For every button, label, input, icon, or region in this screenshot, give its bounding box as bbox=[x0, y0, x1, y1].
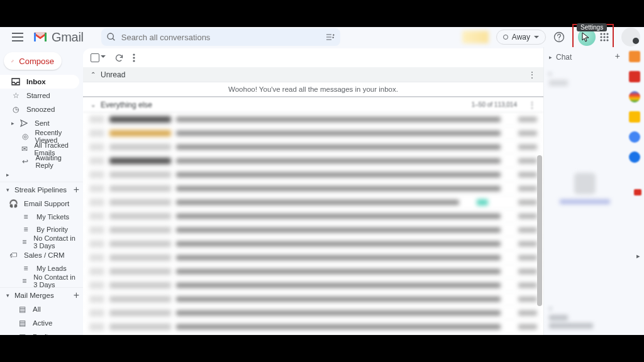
status-label: Away bbox=[512, 33, 530, 41]
new-chat-button[interactable]: + bbox=[615, 51, 620, 61]
mail-row[interactable] bbox=[83, 126, 543, 140]
addon-tasks[interactable] bbox=[629, 131, 640, 143]
add-pipeline-button[interactable]: + bbox=[74, 184, 79, 195]
mail-row[interactable] bbox=[83, 209, 543, 223]
chat-header[interactable]: ▸ Chat + bbox=[549, 51, 620, 63]
addon-contacts[interactable] bbox=[629, 151, 640, 163]
pipeline-sales-crm[interactable]: 🏷 Sales / CRM bbox=[0, 248, 83, 262]
nav-sent[interactable]: ▸ Sent bbox=[0, 116, 83, 130]
addon-red[interactable] bbox=[629, 71, 640, 82]
pipeline-no-contact-1[interactable]: ≡No Contact in 3 Days bbox=[0, 236, 83, 248]
pipeline-my-tickets[interactable]: ≡My Tickets bbox=[0, 211, 83, 223]
unread-section-header[interactable]: ⌃ Unread ⋮ bbox=[83, 67, 543, 82]
nav-awaiting-reply[interactable]: ↩ Awaiting Reply bbox=[0, 155, 83, 168]
apps-button[interactable] bbox=[599, 26, 610, 48]
inbox-icon bbox=[11, 78, 20, 85]
chat-blurred-content: ▸ bbox=[549, 69, 620, 86]
mail-row[interactable] bbox=[83, 140, 543, 154]
svg-point-13 bbox=[133, 60, 135, 62]
chevron-down-icon bbox=[534, 36, 539, 39]
chevron-right-icon[interactable]: ▸ bbox=[636, 252, 640, 260]
section-streak-pipelines[interactable]: ▾Streak Pipelines + bbox=[0, 182, 83, 197]
chevron-down-icon: ⌄ bbox=[91, 101, 96, 108]
svg-point-10 bbox=[606, 39, 608, 41]
pipeline-my-leads[interactable]: ≡My Leads bbox=[0, 262, 83, 275]
addon-multicolor[interactable] bbox=[629, 91, 640, 102]
svg-point-6 bbox=[603, 36, 605, 38]
mail-row[interactable] bbox=[83, 306, 543, 320]
select-all-checkbox[interactable] bbox=[91, 53, 99, 62]
compose-label: Compose bbox=[19, 57, 54, 66]
nav-snoozed[interactable]: ◷ Snoozed bbox=[0, 102, 83, 116]
scrollbar[interactable] bbox=[537, 155, 543, 331]
svg-point-3 bbox=[603, 33, 605, 35]
addon-streak[interactable] bbox=[629, 51, 640, 62]
pipeline-by-priority[interactable]: ≡By Priority bbox=[0, 223, 83, 236]
pencil-icon bbox=[11, 56, 14, 66]
envelope-icon: ✉ bbox=[21, 145, 28, 153]
pipeline-no-contact-2[interactable]: ≡No Contact in 3 Days bbox=[0, 275, 83, 287]
nav-recently-viewed[interactable]: ◎ Recently Viewed bbox=[0, 130, 83, 143]
mail-row[interactable] bbox=[83, 112, 543, 126]
star-icon: ☆ bbox=[11, 91, 20, 100]
account-avatar[interactable] bbox=[621, 28, 640, 47]
mail-pane: ⌃ Unread ⋮ Woohoo! You've read all the m… bbox=[83, 48, 543, 335]
status-selector[interactable]: Away bbox=[496, 30, 546, 45]
header-bar: Gmail Away Settings bbox=[0, 27, 644, 47]
refresh-button[interactable] bbox=[114, 53, 124, 63]
document-icon: ▤ bbox=[18, 319, 26, 327]
document-icon: ▤ bbox=[18, 305, 26, 314]
avatar-status-dot bbox=[633, 38, 639, 44]
mail-row[interactable] bbox=[83, 251, 543, 265]
support-button[interactable] bbox=[548, 26, 570, 48]
list-icon: ≡ bbox=[21, 238, 27, 246]
merge-active[interactable]: ▤Active bbox=[0, 316, 83, 330]
settings-button[interactable] bbox=[576, 26, 597, 48]
svg-point-2 bbox=[600, 33, 602, 35]
merge-all[interactable]: ▤All bbox=[0, 302, 83, 316]
list-icon: ≡ bbox=[21, 277, 27, 285]
mail-row[interactable] bbox=[83, 278, 543, 292]
left-sidebar: Compose Inbox ☆ Starred ◷ Snoozed ▸ Sent… bbox=[0, 47, 83, 335]
addon-keep[interactable] bbox=[629, 111, 640, 123]
main-menu-button[interactable] bbox=[5, 25, 30, 50]
nav-inbox[interactable]: Inbox bbox=[0, 75, 79, 89]
mail-row[interactable] bbox=[83, 237, 543, 251]
unread-more-button[interactable]: ⋮ bbox=[528, 70, 536, 79]
tag-icon: 🏷 bbox=[9, 251, 18, 260]
nav-more-toggle[interactable]: ▸ bbox=[0, 168, 83, 182]
mail-row[interactable] bbox=[83, 223, 543, 237]
addon-rail: ▸ bbox=[625, 47, 644, 335]
clock-icon: ◷ bbox=[11, 105, 20, 114]
document-icon: ▥ bbox=[18, 332, 26, 335]
search-input[interactable] bbox=[121, 33, 320, 42]
more-button[interactable] bbox=[133, 53, 135, 62]
gmail-logo[interactable]: Gmail bbox=[33, 30, 99, 45]
chevron-down-icon: ▾ bbox=[6, 292, 9, 299]
add-merge-button[interactable]: + bbox=[74, 290, 79, 301]
nav-starred[interactable]: ☆ Starred bbox=[0, 89, 83, 102]
brand-text: Gmail bbox=[52, 30, 84, 45]
everything-else-header[interactable]: ⌄ Everything else 1–50 of 113,014 ⋮ bbox=[83, 97, 543, 112]
merge-draft[interactable]: ▥Draft bbox=[0, 330, 83, 335]
chevron-right-icon: ▸ bbox=[549, 54, 552, 60]
mail-row[interactable] bbox=[83, 320, 543, 334]
search-box[interactable] bbox=[101, 28, 340, 46]
mail-row[interactable] bbox=[83, 292, 543, 306]
unread-empty-message: Woohoo! You've read all the messages in … bbox=[83, 82, 543, 97]
compose-button[interactable]: Compose bbox=[4, 52, 62, 70]
mail-row[interactable] bbox=[83, 168, 543, 182]
mail-row[interactable] bbox=[83, 182, 543, 195]
mail-row[interactable] bbox=[83, 265, 543, 278]
nav-all-tracked[interactable]: ✉ All Tracked Emails bbox=[0, 143, 83, 155]
svg-point-9 bbox=[603, 39, 605, 41]
mail-row[interactable] bbox=[83, 154, 543, 168]
chevron-down-icon: ▾ bbox=[6, 187, 9, 193]
mail-row[interactable] bbox=[83, 195, 543, 209]
mail-list bbox=[83, 112, 543, 335]
everything-more-button[interactable]: ⋮ bbox=[528, 101, 536, 109]
search-options-icon[interactable] bbox=[325, 32, 335, 42]
sent-icon bbox=[19, 119, 28, 127]
section-mail-merges[interactable]: ▾Mail Merges + bbox=[0, 287, 83, 302]
pipeline-email-support[interactable]: 🎧 Email Support bbox=[0, 197, 83, 211]
